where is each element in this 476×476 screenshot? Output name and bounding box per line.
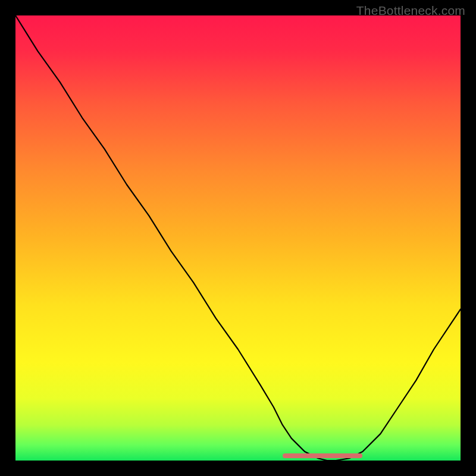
watermark-text: TheBottleneck.com [356,4,465,18]
chart-container: TheBottleneck.com [0,0,476,476]
optimal-range-marker [283,453,363,458]
bottleneck-curve [15,15,461,461]
plot-area [15,15,461,461]
